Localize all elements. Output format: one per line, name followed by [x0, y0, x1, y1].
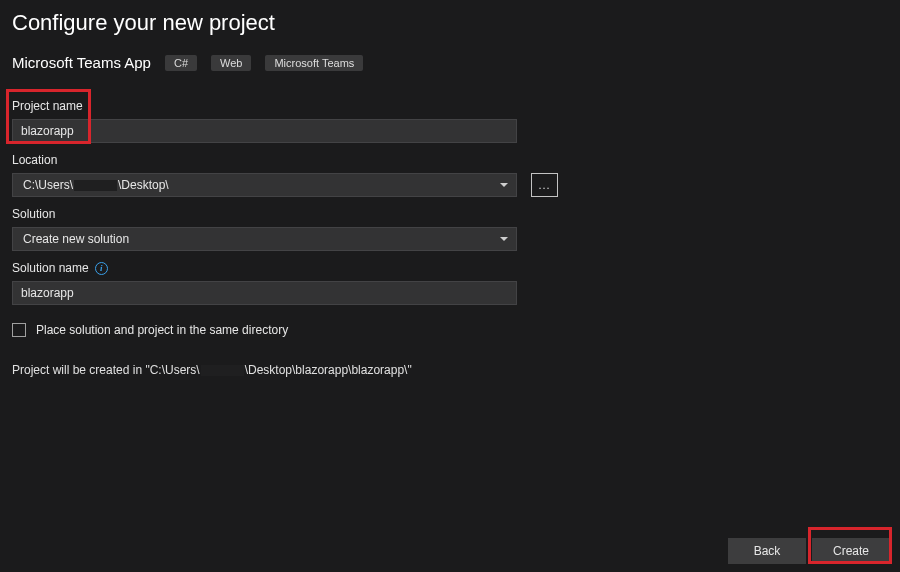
solution-combo[interactable]: Create new solution	[12, 227, 517, 251]
same-directory-label: Place solution and project in the same d…	[36, 323, 288, 337]
redacted-text	[74, 180, 117, 191]
info-icon[interactable]: i	[95, 262, 108, 275]
footer-buttons: Back Create	[728, 538, 890, 564]
solution-label: Solution	[12, 207, 888, 221]
status-prefix: Project will be created in "C:\Users\	[12, 363, 200, 377]
location-combo[interactable]: C:\Users\\Desktop\	[12, 173, 517, 197]
tag-web: Web	[211, 55, 251, 71]
solution-name-label: Solution name i	[12, 261, 888, 275]
template-row: Microsoft Teams App C# Web Microsoft Tea…	[0, 54, 900, 89]
tag-microsoft-teams: Microsoft Teams	[265, 55, 363, 71]
create-button[interactable]: Create	[812, 538, 890, 564]
page-title: Configure your new project	[0, 0, 900, 54]
project-path-status: Project will be created in "C:\Users\\De…	[12, 363, 888, 377]
chevron-down-icon	[500, 237, 508, 241]
solution-value: Create new solution	[23, 232, 129, 246]
browse-button[interactable]: ...	[531, 173, 558, 197]
same-directory-checkbox[interactable]	[12, 323, 26, 337]
status-suffix: \Desktop\blazorapp\blazorapp\"	[245, 363, 412, 377]
location-value-suffix: \Desktop\	[118, 178, 169, 192]
solution-name-input[interactable]	[12, 281, 517, 305]
back-button[interactable]: Back	[728, 538, 806, 564]
chevron-down-icon	[500, 183, 508, 187]
location-label: Location	[12, 153, 888, 167]
project-name-input[interactable]	[12, 119, 517, 143]
solution-name-text: Solution name	[12, 261, 89, 275]
location-value-prefix: C:\Users\	[23, 178, 73, 192]
redacted-text	[201, 365, 244, 376]
template-name: Microsoft Teams App	[12, 54, 151, 71]
project-name-label: Project name	[12, 99, 888, 113]
tag-csharp: C#	[165, 55, 197, 71]
